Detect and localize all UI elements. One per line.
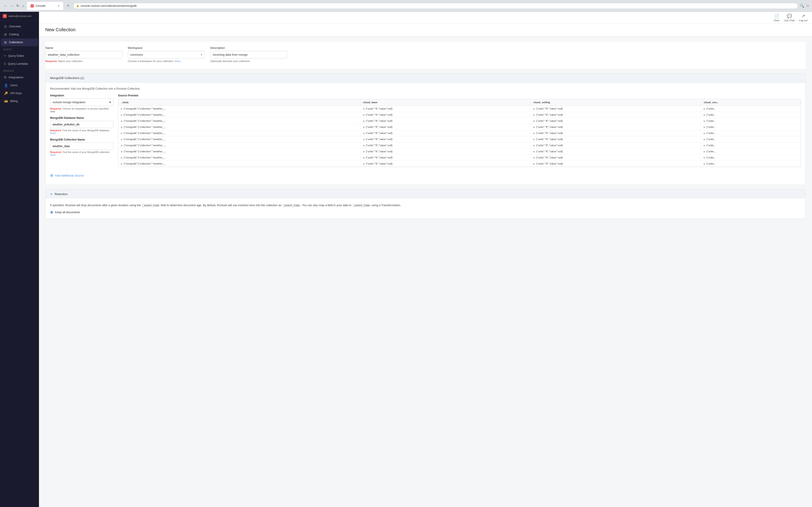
address-text: console.rockset.com/collections/new/mong… — [81, 4, 137, 7]
expand-icon[interactable]: ▶ — [121, 144, 123, 147]
expand-icon[interactable]: ▶ — [533, 156, 535, 159]
expand-icon[interactable]: ▶ — [533, 150, 535, 153]
expand-icon[interactable]: ▶ — [363, 156, 365, 159]
retention-header[interactable]: ▼ Retention — [46, 190, 805, 199]
expand-icon[interactable]: ▶ — [704, 132, 706, 134]
sidebar: R nadine@rockset.com ⊡ Overview ⊞ Catalo… — [0, 12, 39, 507]
sidebar-item-label: Collections — [9, 41, 23, 44]
db-name-docs-link[interactable]: Docs — [50, 132, 56, 134]
workspace-docs-link[interactable]: Docs — [175, 60, 181, 62]
expand-icon[interactable]: ▶ — [533, 144, 535, 147]
tab-close-button[interactable]: × — [58, 4, 59, 8]
expand-icon[interactable]: ▶ — [121, 108, 123, 110]
description-input[interactable] — [210, 51, 287, 58]
expand-icon[interactable]: ▶ — [704, 138, 706, 140]
expand-icon[interactable]: ▶ — [363, 150, 365, 153]
back-button[interactable]: ← — [3, 3, 8, 9]
expand-icon[interactable]: ▶ — [704, 114, 706, 116]
expand-icon[interactable]: ▶ — [121, 156, 123, 159]
reload-button[interactable]: ↻ — [15, 3, 20, 9]
sidebar-item-collections[interactable]: ⊟ Collections — [1, 39, 38, 46]
livechat-button[interactable]: 💬 Live Chat — [784, 13, 795, 22]
expand-icon[interactable]: ▶ — [533, 114, 535, 116]
expand-icon[interactable]: ▶ — [533, 138, 535, 140]
expand-icon[interactable]: ▶ — [363, 144, 365, 147]
expand-icon[interactable]: ▶ — [533, 108, 535, 110]
keep-all-documents-option[interactable]: Keep all documents — [50, 211, 801, 214]
new-tab-button[interactable]: + — [65, 3, 71, 9]
expand-icon[interactable]: ▶ — [704, 126, 706, 128]
table-cell: ▶{"units":"ft","value":null} — [360, 106, 530, 112]
expand-icon[interactable]: ▶ — [704, 144, 706, 147]
expand-icon[interactable]: ▶ — [363, 132, 365, 134]
expand-icon[interactable]: ▶ — [533, 132, 535, 134]
sidebar-item-users[interactable]: 👤 Users — [1, 81, 38, 89]
expand-icon[interactable]: ▶ — [121, 138, 123, 140]
table-row: ▶{"mongodb":{"collection":"weather_...▶{… — [118, 130, 801, 136]
table-row: ▶{"mongodb":{"collection":"weather_...▶{… — [118, 161, 801, 167]
sidebar-item-billing[interactable]: 💳 Billing — [1, 97, 38, 105]
expand-icon[interactable]: ▶ — [121, 163, 123, 165]
logout-button[interactable]: ↗ Log out — [799, 13, 807, 22]
table-cell: ▶{"units... — [701, 155, 801, 161]
sidebar-item-query-editor[interactable]: ⌗ Query Editor — [1, 52, 38, 60]
sidebar-item-label: Users — [10, 84, 18, 87]
table-cell: ▶{"units":"ft","value":null} — [530, 143, 701, 149]
expand-icon[interactable]: ▶ — [121, 126, 123, 128]
docs-button[interactable]: 📄 Docs — [774, 13, 779, 22]
table-cell: ▶{"units":"ft","value":null} — [530, 136, 701, 143]
expand-icon[interactable]: ▶ — [533, 126, 535, 128]
expand-icon[interactable]: ▶ — [121, 120, 123, 122]
mongodb-section-header: MongoDB Collections (1) — [46, 73, 805, 82]
expand-icon[interactable]: ▶ — [121, 150, 123, 153]
preview-header-row: _meta cloud_base cloud_ceiling cloud_cov… — [118, 99, 801, 106]
sidebar-item-api-keys[interactable]: 🔑 API Keys — [1, 90, 38, 97]
expand-icon[interactable]: ▶ — [363, 138, 365, 140]
expand-icon[interactable]: ▶ — [363, 114, 365, 116]
workspace-label: Workspace — [128, 46, 205, 50]
expand-icon[interactable]: ▶ — [121, 114, 123, 116]
expand-icon[interactable]: ▶ — [363, 120, 365, 122]
collection-name-docs-link[interactable]: Docs — [50, 154, 56, 156]
sidebar-section-manage: Manage — [0, 68, 39, 73]
search-icon[interactable]: 🔍 — [800, 4, 804, 8]
expand-icon[interactable]: ▶ — [704, 120, 706, 122]
workspace-select[interactable]: commons ▾ — [128, 51, 205, 58]
mongodb-right-panel: Source Preview _meta cloud_base cloud_ce… — [118, 94, 801, 167]
expand-icon[interactable]: ▶ — [363, 108, 365, 110]
sidebar-item-integrations[interactable]: ⧉ Integrations — [1, 73, 38, 81]
expand-icon[interactable]: ▶ — [533, 120, 535, 122]
db-name-input[interactable] — [50, 121, 113, 128]
home-button[interactable]: ⌂ — [21, 3, 25, 9]
sidebar-item-overview[interactable]: ⊡ Overview — [1, 23, 38, 30]
integration-chevron-icon: ▾ — [109, 101, 111, 104]
sidebar-item-query-lambdas[interactable]: λ Query Lambdas — [1, 60, 38, 68]
sidebar-item-catalog[interactable]: ⊞ Catalog — [1, 31, 38, 38]
expand-icon[interactable]: ▶ — [704, 150, 706, 153]
expand-icon[interactable]: ▶ — [704, 163, 706, 165]
expand-icon[interactable]: ▶ — [363, 126, 365, 128]
table-row: ▶{"mongodb":{"collection":"weather_...▶{… — [118, 155, 801, 161]
sidebar-item-label: Billing — [10, 100, 18, 103]
workspace-hint: Choose a workspace for your collection. … — [128, 60, 205, 62]
retention-text-1: If specified, Rockset will drop document… — [50, 204, 142, 207]
table-cell: ▶{"mongodb":{"collection":"weather_... — [118, 155, 360, 161]
keep-all-radio[interactable] — [50, 211, 53, 214]
integration-select[interactable]: rockset-mongo-integration ▾ — [50, 99, 113, 106]
workspace-field: Workspace commons ▾ Choose a workspace f… — [128, 46, 205, 62]
add-additional-source-button[interactable]: ⊕ Add Additional Source — [50, 171, 84, 180]
page-title: New Collection — [45, 27, 806, 33]
expand-icon[interactable]: ▶ — [363, 163, 365, 165]
browser-tab[interactable]: R Console × — [27, 2, 63, 10]
bookmark-icon[interactable]: ☆ — [806, 4, 809, 8]
col-header-meta: _meta — [118, 99, 360, 106]
table-row: ▶{"mongodb":{"collection":"weather_...▶{… — [118, 106, 801, 112]
address-bar[interactable]: 🔒 console.rockset.com/collections/new/mo… — [73, 3, 798, 9]
expand-icon[interactable]: ▶ — [704, 108, 706, 110]
expand-icon[interactable]: ▶ — [533, 163, 535, 165]
forward-button[interactable]: → — [9, 3, 14, 9]
expand-icon[interactable]: ▶ — [704, 156, 706, 159]
expand-icon[interactable]: ▶ — [121, 132, 123, 134]
collection-name-input[interactable] — [50, 143, 113, 150]
name-input[interactable] — [45, 51, 122, 58]
